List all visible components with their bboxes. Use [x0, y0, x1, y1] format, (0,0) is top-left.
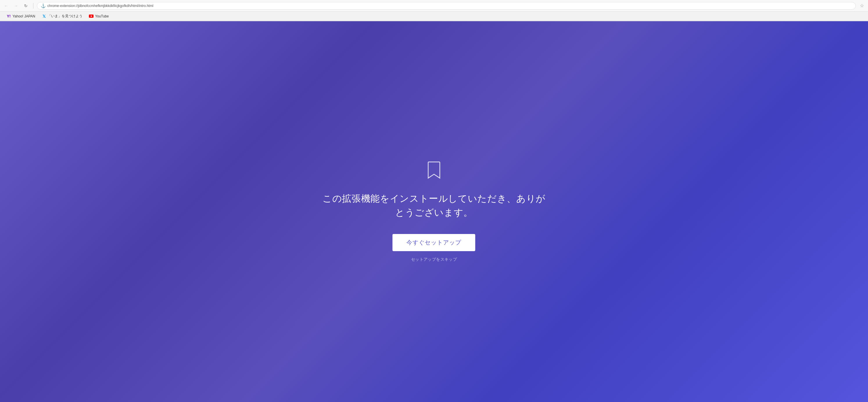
reload-button[interactable]: ↻	[22, 2, 30, 9]
main-heading: この拡張機能をインストールしていただき、ありが とうございます。	[322, 192, 546, 220]
bookmark-label-youtube: YouTube	[95, 14, 108, 18]
bookmark-item-twitter[interactable]: 𝕏 「いま」を見つけよう	[39, 13, 85, 20]
heading-line2: とうございます。	[395, 207, 473, 218]
bookmark-label-yahoo: Yahoo! JAPAN	[12, 14, 35, 18]
bookmark-label-twitter: 「いま」を見つけよう	[48, 14, 83, 19]
extension-icon: ⚓	[41, 3, 45, 8]
nav-separator	[33, 3, 33, 9]
back-button[interactable]: ←	[2, 2, 10, 9]
address-bar[interactable]: ⚓ chrome-extension://jdbnofccmhefkmjbkkd…	[37, 2, 856, 9]
bookmark-icon-wrapper	[427, 161, 441, 180]
bookmark-star-button[interactable]: ☆	[858, 2, 866, 9]
twitter-favicon-icon: 𝕏	[41, 14, 46, 19]
heading-line1: この拡張機能をインストールしていただき、ありが	[322, 193, 546, 204]
address-text: chrome-extension://jdbnofccmhefkmjbkkdkf…	[48, 4, 153, 8]
yahoo-favicon-icon: Y!	[6, 14, 11, 19]
page-content: この拡張機能をインストールしていただき、ありが とうございます。 今すぐセットア…	[0, 21, 868, 402]
center-content: この拡張機能をインストールしていただき、ありが とうございます。 今すぐセットア…	[322, 161, 546, 262]
setup-now-button[interactable]: 今すぐセットアップ	[393, 234, 475, 251]
youtube-favicon-icon	[89, 14, 94, 19]
browser-chrome: ← → ↻ ⚓ chrome-extension://jdbnofccmhefk…	[0, 0, 868, 21]
bookmark-icon	[427, 161, 441, 179]
nav-bar: ← → ↻ ⚓ chrome-extension://jdbnofccmhefk…	[0, 0, 868, 11]
skip-setup-link[interactable]: セットアップをスキップ	[411, 257, 457, 262]
bookmarks-bar: Y! Yahoo! JAPAN 𝕏 「いま」を見つけよう YouTube	[0, 11, 868, 21]
bookmark-item-youtube[interactable]: YouTube	[86, 13, 112, 20]
forward-button[interactable]: →	[12, 2, 20, 9]
bookmark-item-yahoo[interactable]: Y! Yahoo! JAPAN	[3, 13, 38, 20]
